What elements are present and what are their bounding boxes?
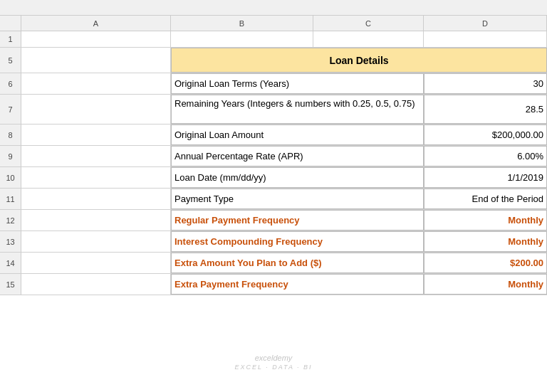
rownum-13: 13 bbox=[0, 231, 21, 252]
cell-c15-label[interactable]: Extra Payment Frequency bbox=[171, 274, 424, 295]
cell-b8[interactable] bbox=[21, 125, 171, 145]
row-10: 10 Loan Date (mm/dd/yy) 1/1/2019 bbox=[0, 167, 547, 189]
cell-b7[interactable] bbox=[21, 95, 171, 124]
cell-c11-label[interactable]: Payment Type bbox=[171, 189, 424, 209]
cell-b15[interactable] bbox=[21, 274, 171, 295]
cell-e12-value[interactable]: Monthly bbox=[424, 210, 547, 231]
row-1: 1 bbox=[0, 31, 547, 48]
cell-e14-value[interactable]: $200.00 bbox=[424, 253, 547, 273]
spreadsheet: A B C D E 1 5 Loan Details 6 bbox=[0, 0, 547, 392]
row-8: 8 Original Loan Amount $200,000.00 bbox=[0, 125, 547, 146]
cell-c8-label[interactable]: Original Loan Amount bbox=[171, 125, 424, 145]
cell-b11[interactable] bbox=[21, 189, 171, 209]
col-header-indicator bbox=[0, 16, 21, 31]
rownum-12: 12 bbox=[0, 210, 21, 231]
watermark: exceldemyEXCEL · DATA · BI bbox=[234, 354, 312, 371]
row-12: 12 Regular Payment Frequency Monthly bbox=[0, 210, 547, 231]
col-header-b: B bbox=[171, 16, 313, 31]
cell-e10-value[interactable]: 1/1/2019 bbox=[424, 167, 547, 188]
cell-c12-label[interactable]: Regular Payment Frequency bbox=[171, 210, 424, 231]
row-13: 13 Interest Compounding Frequency Monthl… bbox=[0, 231, 547, 253]
cell-b5[interactable] bbox=[21, 48, 171, 73]
cell-e8-value[interactable]: $200,000.00 bbox=[424, 125, 547, 145]
cell-b10[interactable] bbox=[21, 167, 171, 188]
rownum-10: 10 bbox=[0, 167, 21, 188]
rownum-6: 6 bbox=[0, 73, 21, 94]
cell-b14[interactable] bbox=[21, 253, 171, 273]
grid: 1 5 Loan Details 6 Original Loan Terms (… bbox=[0, 31, 547, 295]
cell-b12[interactable] bbox=[21, 210, 171, 231]
cell-c14-label[interactable]: Extra Amount You Plan to Add ($) bbox=[171, 253, 424, 273]
row-15: 15 Extra Payment Frequency Monthly bbox=[0, 274, 547, 295]
cell-b13[interactable] bbox=[21, 231, 171, 252]
cell-e13-value[interactable]: Monthly bbox=[424, 231, 547, 252]
rownum-7: 7 bbox=[0, 95, 21, 124]
row-7: 7 Remaining Years (Integers & numbers wi… bbox=[0, 95, 547, 125]
cell-c10-label[interactable]: Loan Date (mm/dd/yy) bbox=[171, 167, 424, 188]
cell-c13-label[interactable]: Interest Compounding Frequency bbox=[171, 231, 424, 252]
row-14: 14 Extra Amount You Plan to Add ($) $200… bbox=[0, 253, 547, 274]
rownum-5: 5 bbox=[0, 48, 21, 73]
cell-b6[interactable] bbox=[21, 73, 171, 94]
rownum-14: 14 bbox=[0, 253, 21, 273]
col-header-c: C bbox=[313, 16, 424, 31]
cell-d1[interactable] bbox=[313, 31, 424, 47]
cell-e9-value[interactable]: 6.00% bbox=[424, 146, 547, 166]
rownum-1: 1 bbox=[0, 31, 21, 47]
column-headers: A B C D E bbox=[0, 16, 547, 31]
row-5: 5 Loan Details bbox=[0, 48, 547, 73]
cell-c1[interactable] bbox=[171, 31, 313, 47]
loan-details-header: Loan Details bbox=[171, 48, 547, 73]
cell-c7-label[interactable]: Remaining Years (Integers & numbers with… bbox=[171, 95, 424, 124]
top-bar bbox=[0, 0, 547, 16]
cell-e11-value[interactable]: End of the Period bbox=[424, 189, 547, 209]
cell-b9[interactable] bbox=[21, 146, 171, 166]
rownum-8: 8 bbox=[0, 125, 21, 145]
cell-c6-label[interactable]: Original Loan Terms (Years) bbox=[171, 73, 424, 94]
rownum-11: 11 bbox=[0, 189, 21, 209]
rownum-15: 15 bbox=[0, 274, 21, 295]
row-9: 9 Annual Percentage Rate (APR) 6.00% bbox=[0, 146, 547, 167]
row-11: 11 Payment Type End of the Period bbox=[0, 189, 547, 210]
col-header-a: A bbox=[21, 16, 171, 31]
row-6: 6 Original Loan Terms (Years) 30 bbox=[0, 73, 547, 95]
cell-e7-value[interactable]: 28.5 bbox=[424, 95, 547, 124]
cell-e6-value[interactable]: 30 bbox=[424, 73, 547, 94]
rownum-9: 9 bbox=[0, 146, 21, 166]
cell-b1[interactable] bbox=[21, 31, 171, 47]
cell-e15-value[interactable]: Monthly bbox=[424, 274, 547, 295]
cell-c9-label[interactable]: Annual Percentage Rate (APR) bbox=[171, 146, 424, 166]
col-header-d: D bbox=[424, 16, 547, 31]
cell-e1[interactable] bbox=[424, 31, 547, 47]
